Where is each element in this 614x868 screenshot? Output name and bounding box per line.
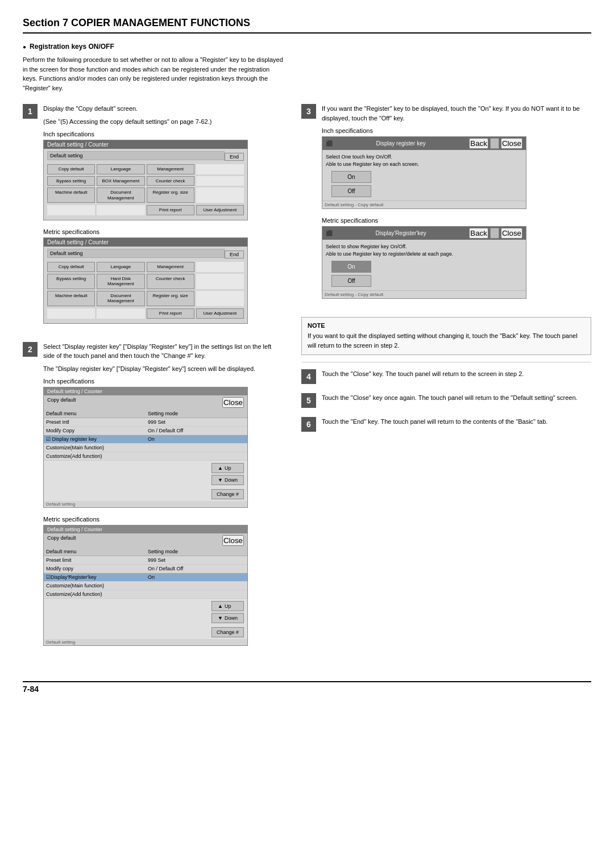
step2-inch-copy-default: Copy default — [47, 397, 76, 408]
step-4-content: Touch the "Close" key. The touch panel w… — [322, 369, 591, 384]
step2m-row3[interactable]: ☑Display'Register'key On — [44, 573, 247, 582]
btn-print-m[interactable]: Print report — [147, 308, 194, 319]
step-1-text1: Display the "Copy default" screen. — [43, 104, 284, 114]
step2-row5-menu: Customize(Add function) — [44, 452, 146, 460]
step1-metric-body: Default setting End Copy default Languag… — [44, 247, 247, 323]
step3-metric-back-btn[interactable]: Back — [469, 228, 488, 239]
intro-text: Perform the following procedure to set w… — [23, 55, 284, 93]
step3-metric-btn-group: Back Close — [469, 228, 522, 239]
step-3-number: 3 — [301, 104, 316, 119]
step1-inch-title-bar: Default setting / Counter — [44, 140, 247, 149]
step2-row4[interactable]: Customize(Main function) — [44, 444, 247, 452]
step-1-text2: (See "(5) Accessing the copy default set… — [43, 117, 284, 127]
step3-inch-body: Select One touch key On/Off. Able to use… — [322, 150, 526, 201]
step3-inch-back-btn[interactable]: Back — [469, 138, 488, 149]
btn-management[interactable]: Management — [147, 164, 194, 174]
step2-row1[interactable]: Preset Intl 999 Set — [44, 418, 247, 427]
step3-inch-on-btn[interactable]: On — [331, 171, 371, 183]
step2-inch-controls: ▲ Up ▼ Down — [44, 461, 247, 487]
step2-inch-up-btn[interactable]: ▲ Up — [211, 463, 244, 473]
btn-counter-m[interactable]: Counter check — [147, 274, 194, 289]
step3-metric-screen-icon: ⬛ — [326, 230, 333, 236]
step1-inch-subbar: Default setting — [47, 151, 225, 160]
step2-row4-menu: Customize(Main function) — [44, 444, 146, 452]
step2m-row2-setting: On / Default Off — [146, 565, 247, 573]
step2m-row1-setting: 999 Set — [146, 556, 247, 564]
step2-row5[interactable]: Customize(Add function) — [44, 452, 247, 461]
step3-inch-off-btn[interactable]: Off — [331, 185, 371, 197]
step2-metric-list-header: Default setting / Counter — [44, 525, 247, 533]
btn-language[interactable]: Language — [97, 164, 144, 174]
step1-metric-label: Metric specifications — [43, 228, 284, 235]
step2m-up-btn[interactable]: ▲ Up — [211, 601, 244, 611]
reg-keys-header: Registration keys ON/OFF — [23, 43, 591, 51]
btn-user-m[interactable]: User Adjustment — [196, 308, 244, 319]
step1-inch-grid: Copy default Language Management Bypass … — [47, 164, 244, 203]
step-2-text1: Select "Display register key" ["Display … — [43, 342, 284, 361]
step3-metric-off-btn[interactable]: Off — [331, 275, 371, 287]
step3-metric-divider — [490, 228, 499, 239]
step3-metric-close-btn[interactable]: Close — [501, 228, 522, 239]
step2-inch-close-btn[interactable]: Close — [222, 397, 244, 408]
step3-metric-on-btn[interactable]: On — [331, 261, 371, 273]
step2-row3-setting: On — [146, 435, 247, 443]
step-2-content: Select "Display register key" ["Display … — [43, 342, 284, 654]
step2-metric-close-btn[interactable]: Close — [222, 535, 244, 546]
step2-metric-list-title: Default setting / Counter — [47, 527, 102, 532]
step2-metric-nav-buttons: ▲ Up ▼ Down — [211, 601, 244, 623]
step2m-row4[interactable]: Customize(Main function) — [44, 582, 247, 590]
note-box: NOTE If you want to quit the displayed s… — [301, 317, 591, 355]
step2m-row2[interactable]: Modify copy On / Default Off — [44, 565, 247, 573]
btn-management-m[interactable]: Management — [147, 262, 194, 272]
note-text: If you want to quit the displayed settin… — [308, 331, 585, 350]
btn-machine-m[interactable]: Machine default — [47, 291, 95, 306]
step-2-text2: The "Display register key" ["Display "Re… — [43, 364, 284, 374]
btn-bypass-m[interactable]: Bypass setting — [47, 274, 95, 289]
step2m-down-btn[interactable]: ▼ Down — [211, 613, 244, 623]
btn-user[interactable]: User Adjustment — [196, 205, 244, 215]
step2-row4-setting — [146, 444, 247, 452]
step3-inch-close-btn[interactable]: Close — [501, 138, 522, 149]
divider1 — [301, 362, 591, 362]
btn-copy-default[interactable]: Copy default — [47, 164, 95, 174]
step2m-row5[interactable]: Customize(Add function) — [44, 590, 247, 599]
btn-box[interactable]: BOX Management — [97, 176, 144, 186]
step2m-row4-setting — [146, 582, 247, 590]
btn-machine[interactable]: Machine default — [47, 187, 95, 203]
step1-inch-end-btn[interactable]: End — [225, 153, 244, 161]
btn-language-m[interactable]: Language — [97, 262, 144, 272]
step2-inch-nav-buttons: ▲ Up ▼ Down — [211, 463, 244, 485]
step2-row2-menu: Modify Copy — [44, 427, 146, 435]
btn-bypass[interactable]: Bypass setting — [47, 176, 95, 186]
step-6-content: Touch the "End" key. The touch panel wil… — [322, 417, 591, 432]
btn-register[interactable]: Register org. size — [147, 187, 194, 203]
step3-metric-title-bar: ⬛ Display'Register'key Back Close — [322, 227, 526, 240]
step2-row1-menu: Preset Intl — [44, 418, 146, 426]
step2m-change-btn[interactable]: Change # — [211, 627, 244, 637]
step2m-row2-menu: Modify copy — [44, 565, 146, 573]
step-6-number: 6 — [301, 417, 316, 432]
step2-inch-change-btn[interactable]: Change # — [211, 489, 244, 499]
section-title: Section 7 COPIER MANAGEMENT FUNCTIONS — [23, 17, 591, 34]
step2-metric-label: Metric specifications — [43, 516, 284, 523]
btn-register-m[interactable]: Register org. size — [147, 291, 194, 306]
step2-row3[interactable]: ☑ Display register key On — [44, 435, 247, 444]
btn-document[interactable]: Document Management — [97, 187, 144, 203]
step1-metric-end-btn[interactable]: End — [225, 251, 244, 258]
step2m-row3-menu: ☑Display'Register'key — [44, 573, 146, 581]
btn-copy-default-m[interactable]: Copy default — [47, 262, 95, 272]
step1-inch-label: Inch specifications — [43, 131, 284, 137]
step2m-row1[interactable]: Preset limit 999 Set — [44, 556, 247, 565]
step2-inch-down-btn[interactable]: ▼ Down — [211, 475, 244, 485]
step2-col-default-menu: Default menu — [44, 410, 146, 418]
page-number: 7-84 — [23, 685, 39, 694]
btn-document-m[interactable]: Document Management — [97, 291, 144, 306]
step1-inch-body: Default setting End Copy default Languag… — [44, 149, 247, 220]
btn-print[interactable]: Print report — [147, 205, 194, 215]
step-4-text: Touch the "Close" key. The touch panel w… — [322, 369, 591, 379]
btn-counter[interactable]: Counter check — [147, 176, 194, 186]
btn-harddisk-m[interactable]: Hard Disk Management — [97, 274, 144, 289]
step1-metric-screen: Default setting / Counter Default settin… — [43, 237, 248, 324]
step2-row2[interactable]: Modify Copy On / Default Off — [44, 427, 247, 435]
step3-inch-btn-group: Back Close — [469, 138, 522, 149]
